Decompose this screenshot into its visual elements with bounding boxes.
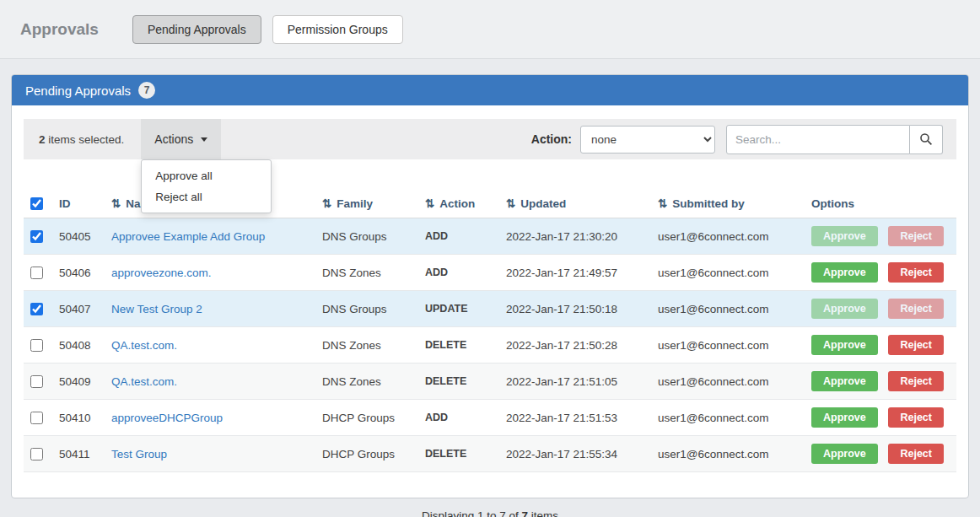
row-id: 50411 xyxy=(52,436,105,472)
reject-button[interactable]: Reject xyxy=(888,407,944,428)
approve-button[interactable]: Approve xyxy=(811,371,878,391)
table-row: 50405 Approvee Example Add Group DNS Gro… xyxy=(24,218,956,255)
reject-button[interactable]: Reject xyxy=(888,335,944,355)
selection-count: 2 xyxy=(39,133,46,146)
reject-button[interactable]: Reject xyxy=(888,299,944,319)
approve-button[interactable]: Approve xyxy=(811,262,878,283)
row-id: 50407 xyxy=(52,291,105,327)
column-header-family[interactable]: ⇅Family xyxy=(315,191,418,218)
column-label-family: Family xyxy=(337,197,373,210)
row-name-link[interactable]: Approvee Example Add Group xyxy=(111,230,265,243)
row-family: DHCP Groups xyxy=(315,436,418,472)
row-updated: 2022-Jan-17 21:50:28 xyxy=(499,327,651,364)
selection-label: items selected. xyxy=(46,133,125,146)
panel-title: Pending Approvals xyxy=(25,83,131,98)
row-family: DNS Groups xyxy=(315,218,418,255)
row-submitted-by: user1@6connect.com xyxy=(651,218,805,255)
app-header: Approvals Pending Approvals Permission G… xyxy=(0,0,980,59)
row-select-checkbox[interactable] xyxy=(30,375,43,388)
sort-icon[interactable]: ⇅ xyxy=(322,197,331,210)
row-submitted-by: user1@6connect.com xyxy=(651,400,805,436)
row-family: DNS Zones xyxy=(315,364,418,400)
row-action: DELETE xyxy=(418,327,499,364)
reject-button[interactable]: Reject xyxy=(888,262,944,283)
reject-button[interactable]: Reject xyxy=(888,226,944,246)
row-id: 50408 xyxy=(52,327,105,364)
row-select-checkbox[interactable] xyxy=(30,230,43,243)
column-label-action: Action xyxy=(439,197,475,210)
row-name-link[interactable]: approveezone.com. xyxy=(111,267,212,279)
approve-button[interactable]: Approve xyxy=(811,299,878,319)
toolbar-right: Action: none xyxy=(531,125,943,154)
row-id: 50406 xyxy=(52,255,105,291)
actions-dropdown-button[interactable]: Actions xyxy=(141,119,221,159)
row-updated: 2022-Jan-17 21:50:18 xyxy=(499,291,651,327)
column-label-updated: Updated xyxy=(520,197,566,210)
tab-permission-groups[interactable]: Permission Groups xyxy=(272,15,403,44)
select-all-checkbox[interactable] xyxy=(30,197,43,210)
table-row: 50411 Test Group DHCP Groups DELETE 2022… xyxy=(24,436,956,472)
row-family: DNS Zones xyxy=(315,327,418,364)
pagination-status: Displaying 1 to 7 of 7 items xyxy=(24,509,956,517)
reject-button[interactable]: Reject xyxy=(888,371,944,391)
row-name-link[interactable]: Test Group xyxy=(111,448,167,460)
actions-button-label: Actions xyxy=(154,132,193,146)
row-id: 50405 xyxy=(52,218,105,255)
row-submitted-by: user1@6connect.com xyxy=(651,327,805,364)
chevron-down-icon xyxy=(201,137,207,142)
row-family: DHCP Groups xyxy=(315,400,418,436)
actions-dropdown: Actions Approve all Reject all xyxy=(141,119,221,159)
column-header-id: ID xyxy=(52,191,105,218)
row-name-link[interactable]: approveeDHCPGroup xyxy=(111,412,223,424)
reject-button[interactable]: Reject xyxy=(888,444,944,464)
row-name-link[interactable]: QA.test.com. xyxy=(111,339,177,352)
panel-body: 2 items selected. Actions Approve all Re… xyxy=(12,105,968,498)
row-id: 50410 xyxy=(52,400,105,436)
row-select-checkbox[interactable] xyxy=(30,339,43,352)
sort-icon[interactable]: ⇅ xyxy=(425,197,434,210)
row-action: DELETE xyxy=(418,436,499,472)
row-name-link[interactable]: QA.test.com. xyxy=(111,375,177,388)
count-badge: 7 xyxy=(138,82,155,99)
tab-pending-approvals[interactable]: Pending Approvals xyxy=(132,15,261,44)
row-select-checkbox[interactable] xyxy=(30,303,43,315)
search-input[interactable] xyxy=(726,125,910,154)
column-header-submitted-by[interactable]: ⇅Submitted by xyxy=(651,191,805,218)
row-updated: 2022-Jan-17 21:30:20 xyxy=(499,218,651,255)
magnifier-icon xyxy=(919,132,933,146)
search-group xyxy=(726,125,943,154)
row-action: ADD xyxy=(418,400,499,436)
search-button[interactable] xyxy=(910,125,943,154)
row-name-link[interactable]: New Test Group 2 xyxy=(111,303,202,315)
row-select-checkbox[interactable] xyxy=(30,412,43,424)
pending-approvals-panel: Pending Approvals 7 2 items selected. Ac… xyxy=(11,74,969,498)
sort-icon[interactable]: ⇅ xyxy=(506,197,515,210)
table-row: 50408 QA.test.com. DNS Zones DELETE 2022… xyxy=(24,327,956,364)
column-label-submitted-by: Submitted by xyxy=(672,197,745,210)
column-header-updated[interactable]: ⇅Updated xyxy=(499,191,651,218)
menu-item-approve-all[interactable]: Approve all xyxy=(142,165,271,186)
pagination-suffix: items xyxy=(528,509,558,517)
approve-button[interactable]: Approve xyxy=(811,335,878,355)
sort-icon[interactable]: ⇅ xyxy=(111,197,121,210)
approve-button[interactable]: Approve xyxy=(811,226,878,246)
action-select[interactable]: none xyxy=(580,126,715,153)
menu-item-reject-all[interactable]: Reject all xyxy=(142,186,271,207)
row-submitted-by: user1@6connect.com xyxy=(651,364,805,400)
row-submitted-by: user1@6connect.com xyxy=(651,291,805,327)
page-title: Approvals xyxy=(20,20,99,39)
column-header-action[interactable]: ⇅Action xyxy=(418,191,499,218)
row-action: ADD xyxy=(418,255,499,291)
table-body: 50405 Approvee Example Add Group DNS Gro… xyxy=(24,218,956,472)
pagination-total: 7 xyxy=(522,509,529,517)
row-family: DNS Zones xyxy=(315,255,418,291)
table-row: 50409 QA.test.com. DNS Zones DELETE 2022… xyxy=(24,364,956,400)
sort-icon[interactable]: ⇅ xyxy=(658,197,667,210)
table-row: 50410 approveeDHCPGroup DHCP Groups ADD … xyxy=(24,400,956,436)
approve-button[interactable]: Approve xyxy=(811,444,878,464)
row-family: DNS Groups xyxy=(315,291,418,327)
row-select-checkbox[interactable] xyxy=(30,448,43,460)
row-select-checkbox[interactable] xyxy=(30,267,43,279)
approve-button[interactable]: Approve xyxy=(811,407,878,428)
row-action: ADD xyxy=(418,218,499,255)
